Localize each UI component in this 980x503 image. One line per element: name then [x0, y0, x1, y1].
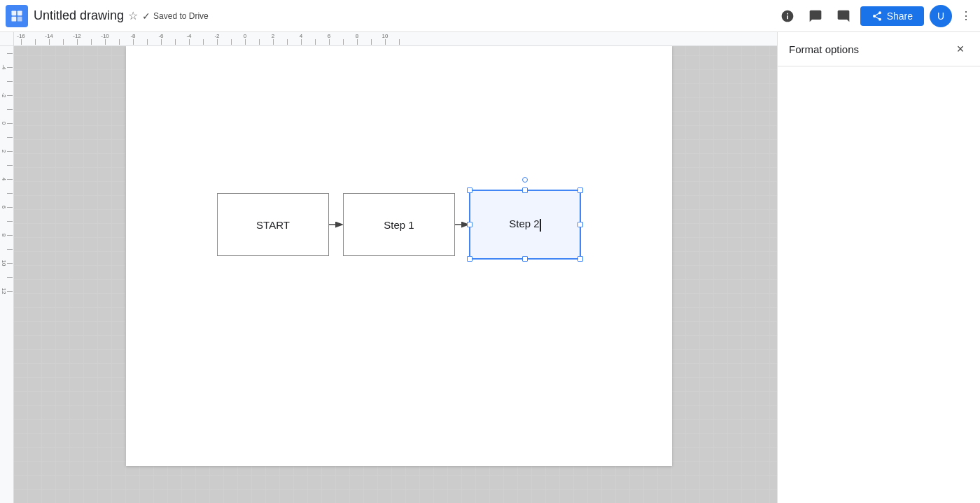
- recent-icon[interactable]: [776, 5, 799, 27]
- titlebar: Untitled drawing ☆ ✓ Saved to Drive Shar…: [0, 0, 980, 32]
- share-button[interactable]: Share: [860, 6, 924, 26]
- app-logo: [6, 5, 28, 27]
- svg-rect-0: [12, 10, 17, 15]
- handle-top-left[interactable]: [467, 187, 472, 193]
- canvas[interactable]: START Step 1: [14, 46, 777, 503]
- format-options-header: Format options ×: [778, 32, 980, 66]
- ruler-h-content: -16-14-12-10-8-6-4-20246810: [14, 32, 777, 46]
- handle-top-right[interactable]: [578, 187, 583, 193]
- handle-bottom-mid[interactable]: [522, 256, 528, 262]
- save-status: ✓ Saved to Drive: [142, 10, 209, 22]
- close-panel-button[interactable]: ×: [952, 41, 969, 57]
- ruler-v-content: -4-2024681012: [0, 46, 14, 503]
- format-options-panel: Format options ×: [777, 32, 980, 503]
- rotation-handle[interactable]: [522, 177, 528, 183]
- share-label: Share: [887, 10, 913, 22]
- handle-right-mid[interactable]: [578, 222, 583, 227]
- cursor: [540, 219, 541, 232]
- doc-title[interactable]: Untitled drawing: [34, 8, 124, 23]
- header-right: Share U ⋮: [776, 5, 974, 27]
- handle-bottom-left[interactable]: [467, 256, 472, 262]
- svg-rect-1: [18, 10, 22, 15]
- main-area: -16-14-12-10-8-6-4-20246810 -4-202468101…: [0, 32, 777, 503]
- svg-rect-2: [12, 16, 17, 21]
- comments-icon[interactable]: [832, 5, 855, 27]
- ruler-left: -4-2024681012: [0, 46, 14, 503]
- handle-top-mid[interactable]: [522, 187, 528, 193]
- shape-step1[interactable]: Step 1: [343, 193, 455, 256]
- ruler-top: -16-14-12-10-8-6-4-20246810: [14, 32, 777, 46]
- doc-title-row: Untitled drawing ☆ ✓ Saved to Drive: [34, 8, 776, 23]
- canvas-inner: START Step 1: [14, 46, 777, 503]
- corner-box: [0, 32, 14, 46]
- save-status-text: Saved to Drive: [153, 11, 209, 21]
- doc-title-area: Untitled drawing ☆ ✓ Saved to Drive: [34, 8, 776, 23]
- handle-left-mid[interactable]: [467, 222, 472, 227]
- arrow-step1-to-step2: [126, 46, 672, 466]
- shape-step1-label: Step 1: [384, 219, 414, 231]
- star-icon[interactable]: ☆: [128, 9, 138, 22]
- shape-step2[interactable]: Step 2: [469, 190, 581, 260]
- svg-rect-3: [18, 16, 22, 21]
- handle-bottom-right[interactable]: [578, 256, 583, 262]
- drawing-page[interactable]: START Step 1: [126, 46, 672, 466]
- chat-icon[interactable]: [804, 5, 827, 27]
- format-options-title: Format options: [789, 43, 859, 55]
- avatar[interactable]: U: [930, 5, 952, 27]
- shape-step2-label: Step 2: [509, 218, 540, 231]
- save-status-icon: ✓: [142, 10, 150, 22]
- arrow-start-to-step1: [126, 46, 672, 466]
- shape-start-label: START: [256, 219, 290, 231]
- expand-icon[interactable]: ⋮: [958, 8, 974, 24]
- shape-start[interactable]: START: [217, 193, 329, 256]
